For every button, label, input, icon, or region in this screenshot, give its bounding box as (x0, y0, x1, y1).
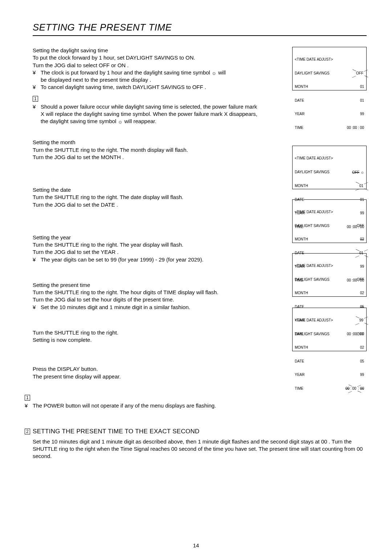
text: To cancel daylight saving time, switch D… (41, 84, 261, 91)
text: Turn the JOG dial to set the hour digits… (33, 296, 261, 303)
heading: Setting the date (33, 186, 261, 194)
text: be displayed next to the present time di… (33, 76, 261, 84)
note-marker: 2 (25, 428, 33, 460)
bullet: ¥ (33, 84, 41, 91)
heading: SETTING THE PRESENT TIME TO THE EXACT SE… (33, 428, 367, 436)
bullet: ¥ (25, 402, 33, 409)
heading: Setting the present time (33, 281, 261, 289)
section-date: Setting the date Turn the SHUTTLE ring t… (33, 186, 261, 208)
heading: Setting the year (33, 234, 261, 241)
text: Set the 10 minutes digit and 1 minute di… (41, 304, 261, 311)
heading: Setting the month (33, 139, 261, 146)
text: To put the clock forward by 1 hour, set … (33, 54, 261, 61)
section-daylight: Setting the daylight saving time To put … (33, 47, 261, 125)
text: Turn the SHUTTLE ring to the right. The … (33, 241, 261, 248)
note-marker: 1 (33, 96, 38, 102)
text: Turn the JOG dial to set the YEAR . (33, 248, 261, 256)
section-time: Setting the present time Turn the SHUTTL… (33, 281, 261, 311)
osd-screen-time: <TIME DATE ADJUST> DAYLIGHT SAVINGSOFF M… (292, 308, 367, 351)
text: Turn the SHUTTLE ring to the right. The … (33, 194, 261, 201)
text: Press the DISPLAY button. (33, 365, 261, 373)
text: The present time display will appear. (33, 373, 261, 380)
text: The POWER button will not operate if any… (33, 402, 367, 409)
sun-icon: ☼ (212, 70, 217, 76)
section-month: Setting the month Turn the SHUTTLE ring … (33, 139, 261, 161)
heading: Setting the daylight saving time (33, 47, 261, 54)
sun-icon: ☼ (118, 119, 123, 124)
page-title: SETTING THE PRESENT TIME (33, 22, 367, 36)
osd-screen-month: <TIME DATE ADJUST> DAYLIGHT SAVINGSOFF ☼… (292, 146, 367, 189)
osd-screen-date: <TIME DATE ADJUST> DAYLIGHT SAVINGSOFF M… (292, 199, 367, 243)
sun-icon: ☼ (360, 170, 364, 174)
osd-screen-year: <TIME DATE ADJUST> DAYLIGHT SAVINGSOFF M… (292, 253, 367, 297)
text: Turn the SHUTTLE ring to the right. The … (33, 146, 261, 154)
text: The clock is put forward by 1 hour and t… (41, 69, 261, 76)
text: Should a power failure occur while dayli… (41, 103, 261, 125)
note-marker: 1 (25, 395, 30, 401)
bullet: ¥ (33, 304, 41, 311)
bullet: ¥ (33, 69, 41, 76)
text: Turn the JOG dial to set the DATE . (33, 201, 261, 208)
text: The year digits can be set to 99 (for ye… (41, 256, 261, 263)
text: Turn the SHUTTLE ring to the right. The … (33, 289, 261, 296)
page-number: 14 (0, 542, 392, 548)
section-complete: Turn the SHUTTLE ring to the right. Sett… (33, 329, 261, 344)
text: Turn the JOG dial to set the MONTH . (33, 154, 261, 161)
text: Turn the JOG dial to select OFF or ON . (33, 62, 261, 69)
text: Turn the SHUTTLE ring to the right. (33, 329, 261, 336)
section-display: Press the DISPLAY button. The present ti… (33, 365, 261, 380)
bullet: ¥ (33, 103, 41, 125)
osd-screen-daylight: <TIME DATE ADJUST> DAYLIGHT SAVINGS ＼／／＼… (292, 47, 367, 90)
bullet: ¥ (33, 256, 41, 263)
section-year: Setting the year Turn the SHUTTLE ring t… (33, 234, 261, 263)
text: Set the 10 minutes digit and 1 minute di… (33, 438, 367, 460)
text: Setting is now complete. (33, 336, 261, 344)
